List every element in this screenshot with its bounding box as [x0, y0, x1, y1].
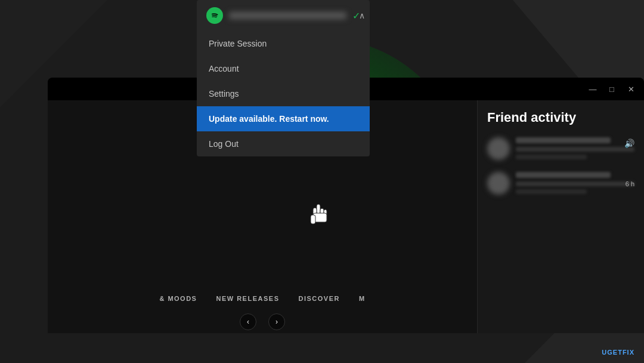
user-name — [229, 12, 346, 19]
friend-activity-title: Friend activity — [487, 110, 634, 125]
settings-item[interactable]: Settings — [197, 81, 370, 106]
dropdown-menu: ✓ ∧ Private Session Account Settings Upd… — [197, 0, 370, 156]
nav-discover[interactable]: DISCOVER — [298, 295, 339, 302]
friend-song-2 — [516, 189, 587, 194]
friend-item: 6 h — [487, 172, 634, 195]
logout-item[interactable]: Log Out — [197, 131, 370, 156]
window-controls: — □ ✕ — [584, 81, 639, 97]
account-item[interactable]: Account — [197, 56, 370, 81]
next-arrow[interactable]: › — [268, 313, 285, 330]
nav-m[interactable]: M — [359, 295, 366, 302]
scroll-up-icon: ∧ — [359, 11, 365, 20]
nav-bar: & MOODS NEW RELEASES DISCOVER M — [48, 287, 477, 310]
nav-moods[interactable]: & MOODS — [159, 295, 197, 302]
watermark-fix: FIX — [623, 349, 634, 356]
close-button[interactable]: ✕ — [623, 81, 639, 97]
minimize-button[interactable]: — — [584, 81, 601, 97]
dropdown-menu-list: Private Session Account Settings Update … — [197, 31, 370, 156]
friend-avatar — [487, 172, 510, 195]
private-session-item[interactable]: Private Session — [197, 31, 370, 56]
friend-name — [516, 137, 611, 143]
maximize-button[interactable]: □ — [603, 81, 620, 97]
watermark-u: U — [602, 349, 607, 356]
right-panel: Friend activity 🔊 6 h — [477, 100, 644, 333]
prev-arrow[interactable]: ‹ — [240, 313, 256, 330]
friend-song — [516, 147, 634, 152]
user-header[interactable]: ✓ ∧ — [197, 0, 370, 31]
friend-avatar — [487, 137, 510, 160]
update-restart-item[interactable]: Update available. Restart now. — [197, 106, 370, 131]
nav-arrows: ‹ › — [48, 310, 477, 333]
friend-time: 6 h — [626, 180, 634, 187]
friend-song-2 — [516, 155, 587, 159]
friend-item: 🔊 — [487, 137, 634, 160]
friend-song — [516, 182, 634, 186]
watermark-get: GET — [607, 349, 623, 356]
speaker-icon: 🔊 — [624, 139, 634, 148]
watermark: UGETFIX — [602, 349, 634, 356]
friend-name — [516, 172, 611, 178]
friend-info — [516, 172, 634, 194]
friend-info — [516, 137, 634, 159]
spotify-logo — [206, 7, 223, 24]
nav-new-releases[interactable]: NEW RELEASES — [216, 295, 279, 302]
